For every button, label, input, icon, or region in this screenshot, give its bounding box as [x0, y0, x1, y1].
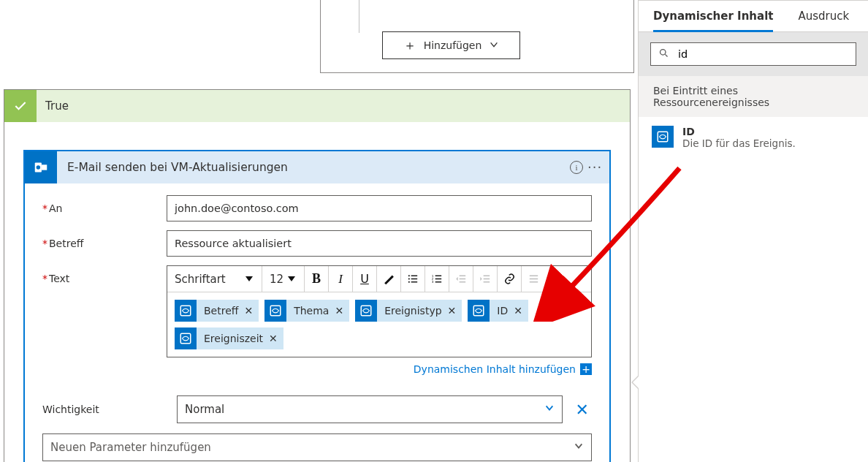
add-dynamic-content-link[interactable]: Dynamischen Inhalt hinzufügen + [167, 357, 592, 387]
event-grid-icon [175, 300, 197, 322]
event-grid-icon [468, 300, 490, 322]
remove-token-icon[interactable]: ✕ [448, 305, 462, 317]
svg-point-3 [408, 275, 409, 276]
remove-importance-icon[interactable]: ✕ [573, 401, 592, 419]
more-formatting-icon[interactable] [522, 266, 545, 292]
svg-rect-12 [435, 279, 441, 279]
svg-rect-21 [529, 276, 537, 276]
underline-icon[interactable]: U [353, 272, 376, 286]
svg-rect-20 [483, 281, 490, 282]
action-header[interactable]: E-Mail senden bei VM-Aktualisierungen i … [25, 151, 609, 183]
chevron-down-icon [489, 39, 499, 52]
outlook-icon [25, 151, 57, 183]
remove-token-icon[interactable]: ✕ [269, 333, 283, 344]
event-grid-icon [175, 327, 197, 349]
flyout-search[interactable] [650, 42, 856, 66]
plus-icon: ＋ [403, 39, 416, 52]
event-grid-icon [652, 126, 674, 148]
plus-icon: + [580, 363, 592, 375]
token-label: ID [490, 305, 514, 317]
add-step-label: Hinzufügen [424, 39, 482, 51]
input-to[interactable] [167, 195, 592, 221]
remove-token-icon[interactable]: ✕ [335, 305, 349, 317]
more-icon[interactable]: ··· [587, 159, 609, 175]
svg-rect-8 [411, 281, 417, 282]
svg-point-7 [408, 281, 409, 283]
bullet-list-icon[interactable] [401, 273, 425, 285]
search-icon [658, 48, 669, 61]
chevron-down-icon [288, 276, 295, 281]
font-size-select[interactable]: 12 [262, 266, 305, 292]
chevron-down-icon [245, 276, 253, 281]
svg-point-5 [408, 278, 409, 279]
branch-title: True [37, 90, 630, 122]
rich-text-toolbar: Schriftart 12 B I [167, 266, 591, 292]
svg-rect-14 [435, 281, 441, 282]
svg-rect-18 [483, 276, 490, 276]
add-step-button[interactable]: ＋ Hinzufügen [382, 31, 520, 59]
svg-rect-6 [411, 279, 417, 279]
action-card-send-email: E-Mail senden bei VM-Aktualisierungen i … [23, 150, 611, 462]
svg-rect-23 [529, 281, 537, 282]
svg-rect-10 [435, 276, 441, 276]
action-title: E-Mail senden bei VM-Aktualisierungen [57, 161, 566, 174]
tab-dynamic-content[interactable]: Dynamischer Inhalt [653, 10, 773, 32]
remove-token-icon[interactable]: ✕ [514, 305, 528, 317]
dynamic-token[interactable]: Ereigniszeit✕ [175, 327, 283, 349]
dynamic-token[interactable]: Thema✕ [264, 300, 349, 322]
link-icon[interactable] [498, 273, 521, 285]
body-editor[interactable]: Schriftart 12 B I [167, 265, 592, 357]
flyout-item-desc: Die ID für das Ereignis. [682, 137, 796, 149]
bold-icon[interactable]: B [305, 271, 328, 287]
event-grid-icon [264, 300, 286, 322]
check-icon [4, 90, 37, 122]
chevron-down-icon [544, 403, 555, 416]
token-label: Ereigniszeit [197, 333, 269, 344]
svg-rect-1 [42, 164, 47, 170]
label-to: *An [42, 195, 167, 214]
svg-rect-22 [529, 279, 537, 279]
svg-rect-16 [459, 279, 465, 279]
remove-token-icon[interactable]: ✕ [244, 305, 259, 317]
branch-header[interactable]: True [4, 90, 630, 122]
label-body: *Text [42, 265, 167, 284]
importance-select[interactable]: Normal [177, 395, 563, 423]
svg-point-29 [660, 50, 666, 56]
font-color-icon[interactable] [377, 273, 400, 285]
svg-point-2 [37, 165, 41, 170]
flyout-search-input[interactable] [677, 48, 848, 61]
tab-expression[interactable]: Ausdruck [798, 10, 849, 31]
token-label: Thema [286, 305, 335, 317]
outdent-icon[interactable] [449, 273, 473, 285]
flyout-item-id[interactable]: ID Die ID für das Ereignis. [639, 117, 868, 158]
svg-rect-15 [459, 276, 465, 276]
label-subject: *Betreff [42, 230, 167, 249]
input-subject[interactable] [167, 230, 592, 257]
info-icon[interactable]: i [566, 161, 587, 174]
svg-rect-19 [483, 279, 490, 279]
flyout-pointer [631, 375, 639, 390]
condition-branch-true: True E-Mail senden bei VM-Aktualisierung… [4, 89, 631, 462]
connector-line [359, 0, 359, 33]
chevron-down-icon [574, 441, 584, 454]
indent-icon[interactable] [473, 273, 497, 285]
dynamic-token[interactable]: Ereignistyp✕ [355, 300, 462, 322]
svg-text:3: 3 [431, 280, 433, 284]
event-grid-icon [355, 300, 377, 322]
add-parameter-select[interactable]: Neuen Parameter hinzufügen [42, 433, 592, 461]
body-content[interactable]: Betreff✕Thema✕Ereignistyp✕ID✕Ereigniszei… [167, 292, 591, 357]
token-label: Betreff [197, 305, 244, 317]
svg-rect-17 [459, 281, 465, 282]
flyout-item-title: ID [682, 126, 796, 137]
font-family-select[interactable]: Schriftart [167, 266, 262, 292]
token-label: Ereignistyp [377, 305, 447, 317]
svg-rect-4 [411, 276, 417, 276]
italic-icon[interactable]: I [329, 272, 352, 287]
label-importance: Wichtigkeit [42, 404, 167, 415]
number-list-icon[interactable]: 123 [425, 273, 449, 285]
dynamic-token[interactable]: ID✕ [468, 300, 528, 322]
flyout-section-header: Bei Eintritt eines Ressourcenereignisses [639, 76, 868, 117]
dynamic-content-flyout: Dynamischer Inhalt Ausdruck Bei Eintritt… [638, 0, 868, 462]
dynamic-token[interactable]: Betreff✕ [175, 300, 259, 322]
